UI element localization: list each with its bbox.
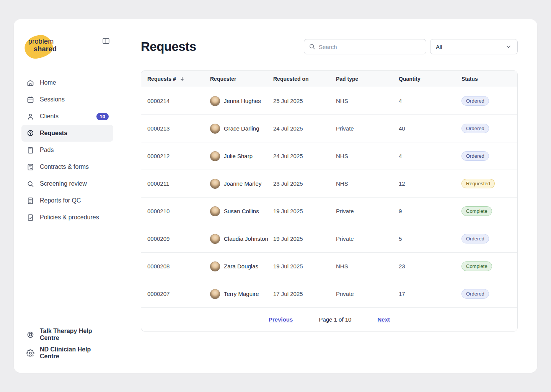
header-controls: All bbox=[304, 39, 518, 54]
sidebar-item-screening-review[interactable]: Screening review bbox=[21, 175, 113, 192]
column-header-requests[interactable]: Requests # bbox=[147, 76, 210, 82]
contract-document-icon bbox=[26, 163, 34, 171]
column-header-pad-type[interactable]: Pad type bbox=[336, 76, 399, 82]
page-info: Page 1 of 10 bbox=[319, 316, 351, 323]
sidebar-item-home[interactable]: Home bbox=[21, 74, 113, 91]
requested-on-cell: 19 Jul 2025 bbox=[273, 263, 336, 270]
table-row[interactable]: 0000214 Jenna Hughes 25 Jul 2025 NHS 4 O… bbox=[141, 87, 517, 114]
logo-text: problem shared bbox=[28, 38, 57, 53]
pad-type-cell: Private bbox=[336, 125, 399, 132]
home-icon bbox=[26, 78, 34, 87]
sidebar-item-policies-procedures[interactable]: Policies & procedures bbox=[21, 209, 113, 226]
status-badge: Complete bbox=[461, 206, 492, 216]
table-row[interactable]: 0000211 Joanne Marley 23 Jul 2025 NHS 12… bbox=[141, 170, 517, 197]
gear-icon bbox=[26, 349, 34, 357]
request-id: 0000213 bbox=[147, 125, 210, 132]
table-row[interactable]: 0000208 Zara Douglas 19 Jul 2025 NHS 23 … bbox=[141, 252, 517, 280]
requester-name: Claudia Johnston bbox=[224, 235, 268, 242]
status-badge: Requested bbox=[461, 179, 495, 188]
requester-name: Terry Maguire bbox=[224, 291, 259, 297]
sidebar-item-nd-clinician-help[interactable]: ND Clinician Help Centre bbox=[21, 345, 113, 361]
requester-cell: Julie Sharp bbox=[210, 151, 273, 161]
quantity-cell: 4 bbox=[399, 98, 461, 104]
quantity-cell: 9 bbox=[399, 208, 461, 214]
requester-name: Joanne Marley bbox=[224, 180, 261, 187]
requester-name: Zara Douglas bbox=[224, 263, 258, 270]
magnifier-icon bbox=[26, 180, 34, 188]
previous-page-link[interactable]: Previous bbox=[269, 316, 293, 323]
pad-type-cell: NHS bbox=[336, 263, 399, 270]
quantity-cell: 17 bbox=[399, 291, 461, 297]
report-document-icon bbox=[26, 196, 34, 205]
sidebar-item-label: Screening review bbox=[40, 180, 87, 187]
sidebar-item-label: Pads bbox=[40, 147, 54, 154]
request-id: 0000209 bbox=[147, 235, 210, 242]
sidebar-item-reports-qc[interactable]: Reports for QC bbox=[21, 192, 113, 209]
sidebar-item-pads[interactable]: Pads bbox=[21, 142, 113, 158]
request-id: 0000212 bbox=[147, 153, 210, 159]
requester-cell: Zara Douglas bbox=[210, 261, 273, 271]
sidebar-item-sessions[interactable]: Sessions bbox=[21, 91, 113, 108]
column-header-quantity[interactable]: Quantity bbox=[399, 76, 461, 82]
sidebar-item-label: ND Clinician Help Centre bbox=[40, 346, 109, 360]
logo-row: problem shared bbox=[21, 34, 113, 58]
table-row[interactable]: 0000209 Claudia Johnston 19 Jul 2025 Pri… bbox=[141, 225, 517, 252]
requester-name: Jenna Hughes bbox=[224, 98, 261, 104]
table-body: 0000214 Jenna Hughes 25 Jul 2025 NHS 4 O… bbox=[141, 87, 517, 307]
sort-desc-icon[interactable] bbox=[179, 76, 185, 82]
person-icon bbox=[26, 112, 34, 121]
avatar bbox=[210, 151, 220, 161]
status-badge: Ordered bbox=[461, 234, 489, 243]
requester-cell: Susan Collins bbox=[210, 206, 273, 216]
sidebar-nav: Home Sessions Clients 10 bbox=[21, 74, 113, 226]
column-header-requested-on[interactable]: Requested on bbox=[273, 76, 336, 82]
column-header-status[interactable]: Status bbox=[461, 76, 511, 82]
sidebar-item-label: Talk Therapy Help Centre bbox=[40, 328, 109, 341]
quantity-cell: 23 bbox=[399, 263, 461, 270]
quantity-cell: 5 bbox=[399, 235, 461, 242]
filter-dropdown[interactable]: All bbox=[430, 39, 518, 54]
avatar bbox=[210, 234, 220, 244]
next-page-link[interactable]: Next bbox=[377, 316, 390, 323]
search-input[interactable] bbox=[304, 39, 426, 54]
requester-cell: Joanne Marley bbox=[210, 179, 273, 189]
pad-type-cell: NHS bbox=[336, 98, 399, 104]
requester-cell: Terry Maguire bbox=[210, 289, 273, 299]
chevron-down-icon bbox=[505, 43, 512, 50]
requester-name: Grace Darling bbox=[224, 125, 259, 132]
requested-on-cell: 25 Jul 2025 bbox=[273, 98, 336, 104]
avatar bbox=[210, 124, 220, 134]
requester-cell: Claudia Johnston bbox=[210, 234, 273, 244]
filter-dropdown-value: All bbox=[436, 44, 442, 50]
table-row[interactable]: 0000207 Terry Maguire 17 Jul 2025 Privat… bbox=[141, 280, 517, 307]
status-badge: Ordered bbox=[461, 96, 489, 106]
sidebar-item-label: Reports for QC bbox=[40, 197, 81, 204]
status-badge: Ordered bbox=[461, 289, 489, 299]
page-title: Requests bbox=[141, 39, 196, 54]
sidebar-item-clients[interactable]: Clients 10 bbox=[21, 108, 113, 125]
quantity-cell: 40 bbox=[399, 125, 461, 132]
sidebar-item-label: Sessions bbox=[40, 96, 65, 103]
sidebar-item-talk-therapy-help[interactable]: Talk Therapy Help Centre bbox=[21, 326, 113, 343]
document-check-icon bbox=[26, 213, 34, 222]
avatar bbox=[210, 179, 220, 189]
problemshared-logo: problem shared bbox=[24, 34, 70, 58]
clipboard-icon bbox=[26, 146, 34, 154]
avatar bbox=[210, 261, 220, 271]
logo-line2: shared bbox=[34, 45, 57, 53]
requester-name: Julie Sharp bbox=[224, 153, 253, 159]
sidebar-collapse-icon[interactable] bbox=[102, 37, 112, 47]
table-row[interactable]: 0000213 Grace Darling 24 Jul 2025 Privat… bbox=[141, 114, 517, 142]
avatar bbox=[210, 289, 220, 299]
sidebar-item-contracts-forms[interactable]: Contracts & forms bbox=[21, 158, 113, 175]
requester-cell: Grace Darling bbox=[210, 124, 273, 134]
column-header-requester[interactable]: Requester bbox=[210, 76, 273, 82]
requested-on-cell: 19 Jul 2025 bbox=[273, 208, 336, 214]
pad-type-cell: NHS bbox=[336, 153, 399, 159]
table-row[interactable]: 0000212 Julie Sharp 24 Jul 2025 NHS 4 Or… bbox=[141, 142, 517, 170]
table-row[interactable]: 0000210 Susan Collins 19 Jul 2025 Privat… bbox=[141, 197, 517, 225]
sidebar-item-label: Requests bbox=[40, 130, 67, 137]
sidebar-item-requests[interactable]: Requests bbox=[21, 125, 113, 142]
request-id: 0000210 bbox=[147, 208, 210, 214]
pad-type-cell: Private bbox=[336, 235, 399, 242]
